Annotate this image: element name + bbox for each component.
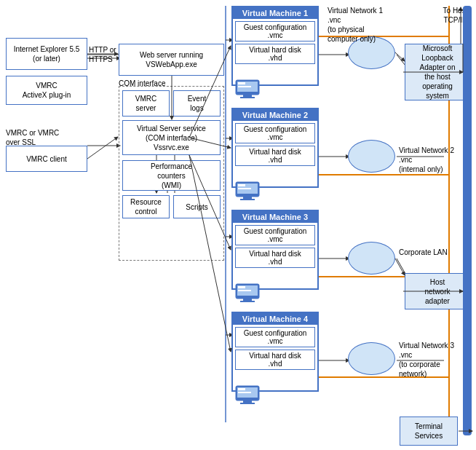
vm2-guest: Guest configuration.vmc	[235, 123, 315, 143]
svg-rect-45	[238, 388, 245, 390]
svg-rect-40	[238, 290, 251, 291]
perf-counters-box: Performancecounters(WMI)	[122, 160, 221, 191]
vmrc-server-label: VMRCserver	[135, 94, 156, 113]
scripts-label: Scripts	[186, 202, 208, 212]
svg-rect-42	[240, 301, 255, 302]
svg-rect-34	[238, 188, 251, 189]
vmrc-client-box: VMRC client	[6, 146, 87, 172]
virtual-server-service-label: Virtual Server service(COM interface)Vss…	[137, 124, 206, 152]
svg-rect-33	[238, 184, 245, 186]
vnet4-ellipse	[348, 342, 395, 375]
network-pipe-bar	[463, 6, 472, 435]
vm3-box: Virtual Machine 3 Guest configuration.vm…	[231, 210, 319, 290]
svg-rect-48	[240, 403, 255, 404]
host-network-label: Hostnetworkadapter	[424, 277, 450, 306]
vnet2-label: Virtual Network 2.vnc(internal only)	[399, 146, 472, 174]
svg-rect-27	[238, 82, 245, 84]
svg-rect-46	[238, 392, 251, 393]
vm2-header: Virtual Machine 2	[233, 109, 317, 121]
vmrc-activex-label: VMRCActiveX plug-in	[23, 81, 71, 100]
vm1-guest: Guest configuration.vmc	[235, 21, 315, 42]
vnet1-label: Virtual Network 1.vnc(to physicalcompute…	[328, 6, 408, 44]
vm2-box: Virtual Machine 2 Guest configuration.vm…	[231, 108, 319, 188]
svg-rect-39	[238, 286, 245, 288]
http-label: HTTP orHTTPS	[89, 45, 116, 64]
vmrc-server-box: VMRCserver	[122, 90, 170, 117]
vmrc-ssl-label: VMRC or VMRCover SSL	[6, 128, 86, 147]
svg-rect-30	[240, 97, 255, 98]
vm4-vhd: Virtual hard disk.vhd	[235, 350, 315, 370]
vm4-guest: Guest configuration.vmc	[235, 327, 315, 347]
svg-rect-28	[238, 86, 251, 87]
virtual-server-service-box: Virtual Server service(COM interface)Vss…	[122, 120, 221, 155]
vm3-header: Virtual Machine 3	[233, 211, 317, 223]
terminal-services-box: Terminal Services	[400, 417, 458, 446]
vm4-server-icon	[234, 384, 261, 405]
ie-box: Internet Explorer 5.5 (or later)	[6, 38, 87, 70]
vm1-header: Virtual Machine 1	[233, 7, 317, 19]
svg-rect-36	[240, 199, 255, 200]
corporate-lan-label: Corporate LAN	[399, 248, 464, 257]
vmrc-activex-box: VMRCActiveX plug-in	[6, 76, 87, 105]
vm3-server-icon	[234, 283, 261, 303]
host-network-box: Hostnetworkadapter	[405, 273, 470, 309]
resource-control-label: Resourcecontrol	[130, 197, 162, 216]
webserver-box: Web server runningVSWebApp.exe	[119, 44, 224, 76]
vm3-guest: Guest configuration.vmc	[235, 225, 315, 245]
vm4-box: Virtual Machine 4 Guest configuration.vm…	[231, 312, 319, 392]
scripts-box: Scripts	[173, 195, 221, 218]
vmrc-client-label: VMRC client	[26, 154, 67, 164]
vm1-vhd: Virtual hard disk.vhd	[235, 44, 315, 64]
vm1-server-icon	[234, 79, 261, 99]
terminal-services-label: Terminal Services	[403, 422, 454, 441]
vnet2-ellipse	[348, 140, 395, 173]
vm1-box: Virtual Machine 1 Guest configuration.vm…	[231, 6, 319, 86]
vm2-server-icon	[234, 181, 261, 201]
resource-control-box: Resourcecontrol	[122, 195, 170, 218]
webserver-label: Web server runningVSWebApp.exe	[140, 50, 203, 69]
event-logs-label: Eventlogs	[188, 94, 207, 113]
vnet3-label: Virtual Network 3.vnc(to corporatenetwor…	[399, 341, 472, 379]
ms-loopback-label: MicrosoftLoopbackAdapter onthe hostopera…	[420, 44, 456, 100]
event-logs-box: Eventlogs	[173, 90, 221, 117]
perf-counters-label: Performancecounters(WMI)	[151, 162, 192, 190]
vm4-header: Virtual Machine 4	[233, 313, 317, 325]
vm3-vhd: Virtual hard disk.vhd	[235, 248, 315, 268]
ms-loopback-box: MicrosoftLoopbackAdapter onthe hostopera…	[405, 44, 470, 100]
architecture-diagram: Internet Explorer 5.5 (or later) VMRCAct…	[0, 0, 476, 450]
ie-label: Internet Explorer 5.5 (or later)	[9, 44, 84, 63]
vm2-vhd: Virtual hard disk.vhd	[235, 146, 315, 166]
vnet3-ellipse	[348, 242, 395, 275]
